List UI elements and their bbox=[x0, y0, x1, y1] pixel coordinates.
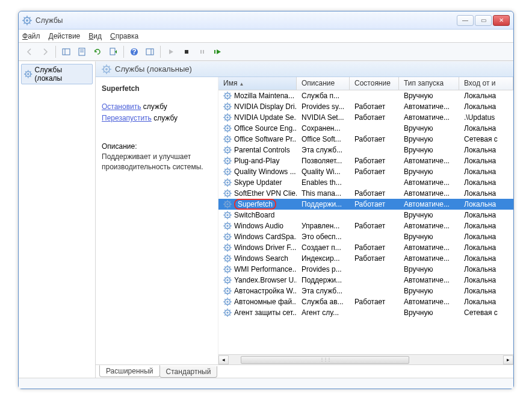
start-service-button[interactable] bbox=[164, 45, 178, 59]
gear-icon bbox=[223, 146, 232, 154]
services-window: Службы — ▭ ✕ Файл Действие Вид Справка ? bbox=[18, 11, 514, 389]
menu-help[interactable]: Справка bbox=[110, 32, 138, 40]
maximize-button[interactable]: ▭ bbox=[475, 15, 492, 26]
service-state: Работает bbox=[350, 222, 399, 230]
service-name: Skype Updater bbox=[234, 178, 282, 187]
properties-button[interactable] bbox=[75, 45, 89, 59]
stop-service-link[interactable]: Остановить bbox=[102, 102, 141, 111]
close-button[interactable]: ✕ bbox=[493, 15, 510, 26]
service-description: Управлен... bbox=[297, 222, 350, 230]
service-description: Агент слу... bbox=[297, 308, 350, 317]
service-startup: Вручную bbox=[399, 146, 459, 154]
service-row[interactable]: Автонастройка W...Эта служб...ВручнуюЛок… bbox=[218, 286, 513, 296]
show-hide-tree-button[interactable] bbox=[59, 45, 73, 59]
scroll-left-button[interactable]: ◂ bbox=[218, 355, 229, 364]
service-state: Работает bbox=[350, 102, 399, 111]
minimize-button[interactable]: — bbox=[457, 15, 474, 26]
service-row[interactable]: Агент защиты сет...Агент слу...ВручнуюСе… bbox=[218, 307, 513, 318]
service-description: Это обесп... bbox=[297, 233, 350, 241]
gear-icon bbox=[223, 298, 232, 306]
service-row[interactable]: Windows CardSpa...Это обесп...ВручнуюЛок… bbox=[218, 231, 513, 242]
service-row[interactable]: Автономные фай...Служба ав...РаботаетАвт… bbox=[218, 296, 513, 307]
service-name: Office Source Eng... bbox=[234, 124, 297, 133]
service-logon: Локальна bbox=[459, 178, 513, 187]
menu-action[interactable]: Действие bbox=[49, 32, 81, 40]
client-area: Службы (локалы Службы (локальные) Superf… bbox=[19, 61, 513, 378]
service-row[interactable]: Office Software Pr...Office Soft...Работ… bbox=[218, 134, 513, 145]
service-description: Эта служб... bbox=[297, 287, 350, 295]
service-state: Работает bbox=[350, 113, 399, 122]
restart-service-link[interactable]: Перезапустить bbox=[102, 114, 152, 122]
titlebar[interactable]: Службы — ▭ ✕ bbox=[19, 11, 513, 30]
column-header-startup[interactable]: Тип запуска bbox=[399, 77, 459, 90]
service-name: Windows Audio bbox=[234, 222, 283, 230]
service-name: Mozilla Maintena... bbox=[234, 92, 294, 100]
service-row[interactable]: Skype UpdaterEnables th...Автоматиче...Л… bbox=[218, 177, 513, 188]
gear-icon bbox=[223, 157, 232, 165]
column-header-description[interactable]: Описание bbox=[297, 77, 350, 90]
service-description: Provides p... bbox=[297, 265, 350, 273]
gear-icon bbox=[223, 222, 232, 230]
service-logon: .\Updatus bbox=[459, 113, 513, 122]
show-hide-action-pane-button[interactable] bbox=[143, 45, 157, 59]
service-row[interactable]: NVIDIA Update Se...NVIDIA Set...Работает… bbox=[218, 112, 513, 123]
svg-rect-15 bbox=[110, 48, 115, 55]
service-row[interactable]: SwitchBoardВручнуюЛокальна bbox=[218, 210, 513, 220]
service-row[interactable]: Yandex.Browser U...Поддержи...Автоматиче… bbox=[218, 275, 513, 286]
scroll-thumb[interactable] bbox=[241, 356, 409, 364]
service-row[interactable]: Quality Windows ...Quality Wi...Работает… bbox=[218, 166, 513, 177]
gear-icon bbox=[223, 124, 232, 133]
service-description: Служба п... bbox=[297, 92, 350, 100]
detail-area: Superfetch Остановить службу Перезапусти… bbox=[96, 77, 513, 364]
service-row[interactable]: Mozilla Maintena...Служба п...ВручнуюЛок… bbox=[218, 90, 513, 101]
back-button[interactable] bbox=[22, 45, 37, 59]
scroll-track[interactable] bbox=[229, 355, 503, 364]
scroll-right-button[interactable]: ▸ bbox=[503, 355, 513, 364]
service-row[interactable]: WMI Performance...Provides p...ВручнуюЛо… bbox=[218, 264, 513, 275]
service-row[interactable]: Office Source Eng...Сохранен...ВручнуюЛо… bbox=[218, 123, 513, 134]
service-description: Enables th... bbox=[297, 178, 350, 187]
list-pane: Имя▲ Описание Состояние Тип запуска Вход… bbox=[218, 77, 513, 364]
service-name: NVIDIA Update Se... bbox=[234, 113, 297, 122]
tab-standard[interactable]: Стандартный bbox=[159, 366, 218, 378]
column-header-logon[interactable]: Вход от и bbox=[459, 77, 513, 90]
service-logon: Локальна bbox=[459, 124, 513, 133]
export-button[interactable] bbox=[106, 45, 120, 59]
svg-rect-20 bbox=[185, 50, 188, 54]
window-title: Службы bbox=[36, 16, 457, 25]
service-row[interactable]: NVIDIA Display Dri...Provides sy...Работ… bbox=[218, 101, 513, 112]
svg-rect-18 bbox=[146, 49, 153, 55]
service-logon: Сетевая с bbox=[459, 135, 513, 143]
service-name: Агент защиты сет... bbox=[234, 308, 297, 317]
service-row[interactable]: Plug-and-PlayПозволяет...РаботаетАвтомат… bbox=[218, 155, 513, 166]
forward-button[interactable] bbox=[38, 45, 52, 59]
refresh-button[interactable] bbox=[90, 45, 105, 59]
service-row[interactable]: SuperfetchПоддержи...РаботаетАвтоматиче.… bbox=[218, 199, 513, 210]
gear-icon bbox=[223, 233, 232, 241]
gear-icon bbox=[223, 287, 232, 295]
menu-view[interactable]: Вид bbox=[88, 32, 102, 40]
svg-rect-23 bbox=[214, 50, 215, 54]
horizontal-scrollbar[interactable]: ◂ ▸ bbox=[218, 354, 513, 364]
service-description: Поддержи... bbox=[297, 200, 350, 208]
menu-file[interactable]: Файл bbox=[22, 32, 40, 40]
service-startup: Вручную bbox=[399, 233, 459, 241]
restart-service-button[interactable] bbox=[211, 45, 225, 59]
service-row[interactable]: Windows AudioУправлен...РаботаетАвтомати… bbox=[218, 220, 513, 231]
gear-icon bbox=[223, 113, 232, 122]
pause-service-button[interactable] bbox=[195, 45, 209, 59]
list-body[interactable]: Mozilla Maintena...Служба п...ВручнуюЛок… bbox=[218, 90, 513, 354]
toolbar-separator bbox=[160, 46, 161, 58]
service-row[interactable]: Parental ControlsЭта служб...ВручнуюЛока… bbox=[218, 145, 513, 155]
stop-service-button[interactable] bbox=[179, 45, 194, 59]
column-header-name[interactable]: Имя▲ bbox=[218, 77, 297, 90]
help-button[interactable]: ? bbox=[127, 45, 141, 59]
service-row[interactable]: Windows SearchИндексир...РаботаетАвтомат… bbox=[218, 253, 513, 264]
tree-node-services-local[interactable]: Службы (локалы bbox=[21, 64, 93, 84]
service-row[interactable]: SoftEther VPN Clie...This mana...Работае… bbox=[218, 188, 513, 199]
tab-extended[interactable]: Расширенный bbox=[99, 365, 160, 377]
tree-pane[interactable]: Службы (локалы bbox=[19, 61, 96, 378]
service-row[interactable]: Windows Driver F...Создает п...РаботаетА… bbox=[218, 242, 513, 253]
column-header-state[interactable]: Состояние bbox=[350, 77, 399, 90]
selected-service-name: Superfetch bbox=[102, 84, 212, 93]
